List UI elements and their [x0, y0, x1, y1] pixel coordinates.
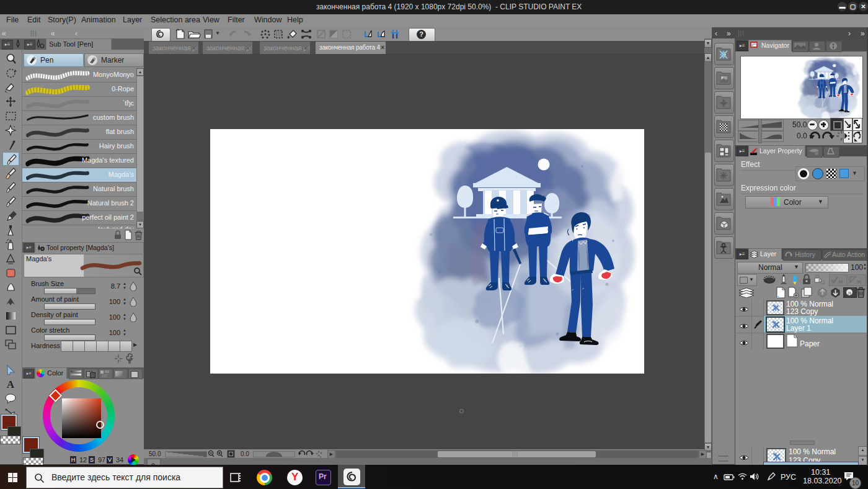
svg-text:A: A	[7, 379, 15, 390]
